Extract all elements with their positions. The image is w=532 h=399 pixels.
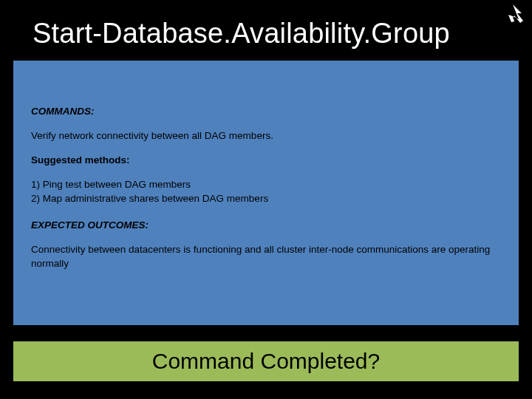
commands-heading: COMMANDS:: [31, 105, 501, 119]
footer-bar[interactable]: Command Completed?: [13, 341, 519, 381]
outcomes-heading: EXPECTED OUTCOMES:: [31, 219, 501, 233]
methods-list: 1) Ping test between DAG members 2) Map …: [31, 178, 501, 206]
content-panel: COMMANDS: Verify network connectivity be…: [13, 61, 519, 325]
footer-label: Command Completed?: [152, 349, 380, 374]
method-item: 2) Map administrative shares between DAG…: [31, 192, 501, 206]
slide-title: Start-Database.Availability.Group: [33, 18, 450, 50]
pointer-icon: [501, 3, 528, 30]
methods-label: Suggested methods:: [31, 154, 501, 168]
method-item: 1) Ping test between DAG members: [31, 178, 501, 192]
slide: Start-Database.Availability.Group COMMAN…: [0, 0, 532, 399]
verify-line: Verify network connectivity between all …: [31, 129, 501, 143]
outcome-text: Connectivity between datacenters is func…: [31, 243, 501, 271]
